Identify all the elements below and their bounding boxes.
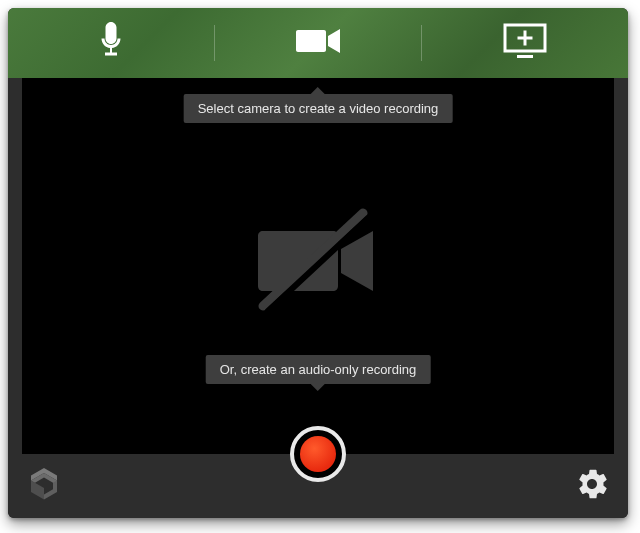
no-camera-icon	[243, 201, 393, 321]
recorder-window: Select camera to create a video recordin…	[8, 8, 628, 518]
record-button-wrap	[290, 426, 346, 482]
audio-tooltip: Or, create an audio-only recording	[206, 355, 431, 384]
camera-icon	[296, 26, 340, 60]
tab-microphone[interactable]	[8, 8, 214, 78]
settings-button[interactable]	[576, 468, 608, 504]
camera-tooltip: Select camera to create a video recordin…	[184, 94, 453, 123]
mode-tabs	[8, 8, 628, 78]
hexagon-logo-icon	[28, 467, 60, 505]
tab-camera[interactable]	[215, 8, 421, 78]
gear-icon	[576, 468, 608, 504]
record-indicator	[300, 436, 336, 472]
record-button[interactable]	[290, 426, 346, 482]
preview-area: Select camera to create a video recordin…	[22, 78, 614, 454]
screen-add-icon	[503, 23, 547, 63]
tab-screen[interactable]	[422, 8, 628, 78]
microphone-icon	[98, 22, 124, 64]
logo-button[interactable]	[28, 467, 60, 505]
